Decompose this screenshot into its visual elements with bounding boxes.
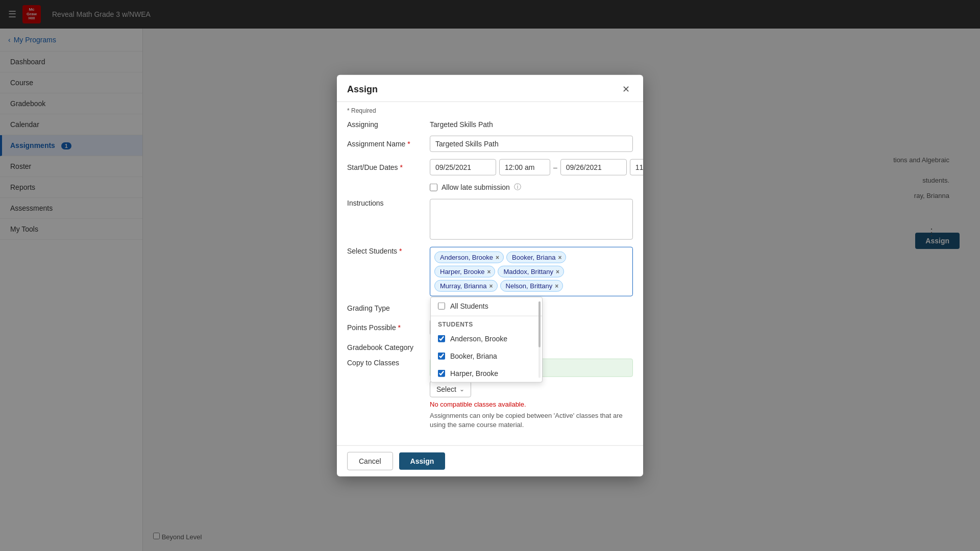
dropdown-item-2[interactable]: Harper, Brooke bbox=[431, 365, 542, 382]
all-students-item[interactable]: All Students bbox=[431, 297, 542, 315]
info-icon[interactable]: ⓘ bbox=[514, 183, 521, 192]
date-group: – bbox=[430, 159, 643, 176]
select-students-row: Select Students * Anderson, Brooke×Booke… bbox=[347, 247, 633, 296]
chevron-down-icon: ⌄ bbox=[459, 386, 464, 393]
instructions-label: Instructions bbox=[347, 199, 424, 207]
end-time-input[interactable] bbox=[630, 159, 643, 176]
end-date-input[interactable] bbox=[560, 159, 627, 176]
copy-to-classes-label: Copy to Classes bbox=[347, 359, 424, 367]
students-dropdown: All Students Students Anderson, Brooke B… bbox=[430, 297, 543, 383]
students-container[interactable]: Anderson, Brooke×Booker, Briana×Harper, … bbox=[430, 247, 633, 296]
points-possible-label: Points Possible * bbox=[347, 323, 424, 332]
scrollbar-thumb bbox=[538, 302, 541, 347]
late-submission-row: Allow late submission ⓘ bbox=[430, 183, 633, 192]
start-due-row: Start/Due Dates * – bbox=[347, 159, 633, 176]
start-time-input[interactable] bbox=[499, 159, 550, 176]
assignment-name-label: Assignment Name * bbox=[347, 140, 424, 148]
grading-type-label: Grading Type bbox=[347, 304, 424, 312]
all-students-label: All Students bbox=[450, 302, 488, 310]
student-tag-name: Harper, Brooke bbox=[440, 268, 484, 276]
modal-footer: Cancel Assign bbox=[337, 445, 643, 476]
instructions-textarea[interactable] bbox=[430, 199, 633, 240]
student-tag-remove[interactable]: × bbox=[558, 254, 561, 261]
student-tag-remove[interactable]: × bbox=[487, 268, 491, 275]
student-tag-remove[interactable]: × bbox=[496, 254, 499, 261]
no-classes-error: No compatible classes available. bbox=[430, 400, 633, 408]
dropdown-item-1[interactable]: Booker, Briana bbox=[431, 347, 542, 365]
student-name-0: Anderson, Brooke bbox=[450, 335, 507, 343]
student-tag-remove[interactable]: × bbox=[556, 268, 559, 275]
assigning-label: Assigning bbox=[347, 120, 424, 129]
student-tag: Nelson, Brittany× bbox=[500, 280, 564, 292]
student-tag-name: Nelson, Brittany bbox=[506, 282, 553, 290]
student-name-2: Harper, Brooke bbox=[450, 369, 498, 378]
dropdown-item-0[interactable]: Anderson, Brooke bbox=[431, 330, 542, 347]
assigning-value: Targeted Skills Path bbox=[430, 120, 493, 129]
assign-modal: Assign ✕ * Required Assigning Targeted S… bbox=[337, 75, 643, 477]
select-students-label: Select Students * bbox=[347, 247, 424, 255]
student-tag: Maddox, Brittany× bbox=[498, 266, 564, 278]
assignment-name-input[interactable] bbox=[430, 136, 633, 152]
student-tag: Harper, Brooke× bbox=[434, 266, 495, 278]
gradebook-category-label: Gradebook Category bbox=[347, 343, 424, 352]
copy-info-text: Assignments can only be copied between '… bbox=[430, 411, 633, 430]
select-classes-button[interactable]: Select ⌄ bbox=[430, 381, 471, 397]
modal-title: Assign bbox=[347, 84, 378, 94]
select-button-label: Select bbox=[436, 385, 456, 393]
dropdown-section-label: Students bbox=[431, 317, 542, 330]
start-date-input[interactable] bbox=[430, 159, 496, 176]
student-tag-name: Booker, Briana bbox=[512, 254, 555, 261]
all-students-checkbox[interactable] bbox=[438, 303, 445, 310]
start-due-label: Start/Due Dates * bbox=[347, 163, 424, 171]
late-submission-label: Allow late submission bbox=[442, 183, 510, 191]
student-tag-remove[interactable]: × bbox=[489, 282, 493, 289]
instructions-row: Instructions bbox=[347, 199, 633, 240]
dropdown-divider bbox=[431, 316, 542, 316]
student-tag-remove[interactable]: × bbox=[555, 282, 558, 289]
late-submission-checkbox[interactable] bbox=[430, 183, 437, 191]
student-checkbox-0[interactable] bbox=[438, 335, 445, 342]
modal-close-button[interactable]: ✕ bbox=[619, 82, 633, 96]
cancel-button[interactable]: Cancel bbox=[347, 452, 393, 470]
student-tag-name: Maddox, Brittany bbox=[503, 268, 553, 276]
assignment-name-row: Assignment Name * bbox=[347, 136, 633, 152]
student-tag: Booker, Briana× bbox=[506, 252, 566, 263]
student-name-1: Booker, Briana bbox=[450, 352, 497, 360]
assign-button[interactable]: Assign bbox=[399, 452, 446, 469]
required-note: * Required bbox=[347, 107, 633, 114]
student-tag: Murray, Brianna× bbox=[434, 280, 498, 292]
student-checkbox-2[interactable] bbox=[438, 370, 445, 377]
date-dash: – bbox=[553, 163, 557, 171]
student-tag: Anderson, Brooke× bbox=[434, 252, 504, 263]
student-checkbox-1[interactable] bbox=[438, 353, 445, 360]
modal-header: Assign ✕ bbox=[337, 75, 643, 102]
student-tag-name: Anderson, Brooke bbox=[440, 254, 493, 261]
student-tags: Anderson, Brooke×Booker, Briana×Harper, … bbox=[434, 252, 628, 292]
modal-body: * Required Assigning Targeted Skills Pat… bbox=[337, 102, 643, 445]
scrollbar-track bbox=[538, 302, 541, 378]
assigning-row: Assigning Targeted Skills Path bbox=[347, 120, 633, 129]
student-tag-name: Murray, Brianna bbox=[440, 282, 487, 290]
